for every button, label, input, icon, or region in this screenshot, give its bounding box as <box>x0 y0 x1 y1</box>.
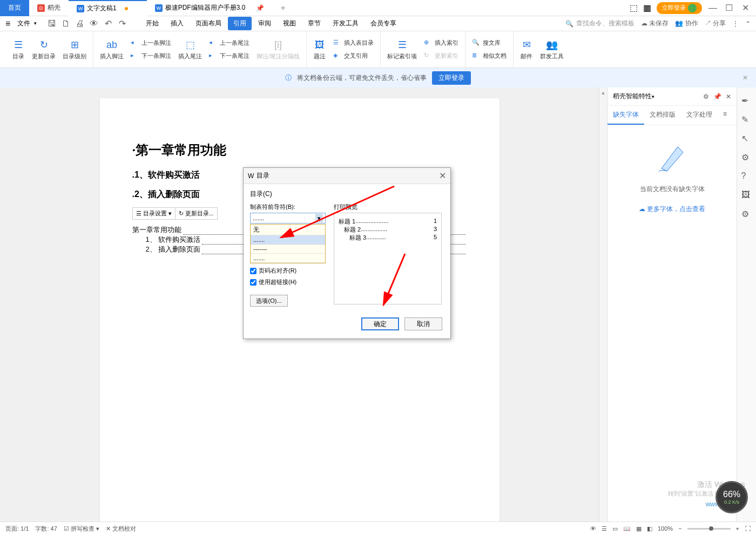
more-fonts-link[interactable]: ☁ 更多字体，点击查看 <box>639 205 705 214</box>
banner-close-button[interactable]: ✕ <box>742 74 748 82</box>
tool-gear-icon[interactable]: ⚙ <box>741 209 752 220</box>
mail-button[interactable]: ✉邮件 <box>518 36 535 63</box>
banner-login-button[interactable]: 立即登录 <box>432 71 471 85</box>
search-lib-button[interactable]: 🔍搜文库 <box>470 38 509 49</box>
panel-close-icon[interactable]: ✕ <box>726 93 731 100</box>
layout-icon[interactable]: ⬚ <box>630 3 638 13</box>
word-count[interactable]: 字数: 47 <box>35 525 57 533</box>
maximize-button[interactable]: ☐ <box>724 3 734 13</box>
undo-button[interactable]: ↶ <box>103 19 113 29</box>
update-toc-button[interactable]: ↻ 更新目录... <box>176 208 217 219</box>
insert-index-button[interactable]: ⊕插入索引 <box>422 38 461 49</box>
view-read-icon[interactable]: ▭ <box>612 525 618 532</box>
tab-start[interactable]: 开始 <box>140 17 164 30</box>
toc-settings-button[interactable]: ☰ 目录设置 ▾ <box>133 208 176 219</box>
more-icon[interactable]: ⋮ <box>732 20 739 28</box>
view-mode-icon[interactable]: ☰ <box>602 525 607 532</box>
share-button[interactable]: ↗ 分享 <box>705 19 726 28</box>
new-tab-button[interactable]: + <box>272 0 293 16</box>
view-web-icon[interactable]: ▦ <box>636 525 642 532</box>
hyperlink-checkbox[interactable] <box>250 279 256 286</box>
menu-icon[interactable]: ≡ <box>5 19 10 29</box>
heading-1[interactable]: ·第一章常用功能 <box>132 141 467 159</box>
tab-member[interactable]: 会员专享 <box>365 17 402 30</box>
prev-footnote-button[interactable]: ◂上一条脚注 <box>129 38 173 49</box>
tab-pin-button[interactable]: 📌 <box>256 4 264 12</box>
similar-doc-button[interactable]: ≣相似文档 <box>470 51 509 62</box>
proofing[interactable]: ✕ 文档校对 <box>106 525 136 533</box>
settings-icon[interactable]: ⚙ <box>703 93 709 100</box>
leader-option[interactable]: ....... <box>251 235 325 245</box>
tab-dev-tools[interactable]: 开发工具 <box>327 17 364 30</box>
toc-level-button[interactable]: ⊞目录级别 <box>60 36 89 63</box>
dialog-close-button[interactable]: ✕ <box>439 171 446 181</box>
redo-button[interactable]: ↷ <box>117 19 127 29</box>
insert-footnote-button[interactable]: ab插入脚注 <box>98 36 126 63</box>
leader-option[interactable]: ------- <box>251 245 325 254</box>
fit-icon[interactable]: ⛶ <box>745 525 751 532</box>
tab-doc2[interactable]: W 极速PDF编辑器用户手册3.0 📌 <box>147 0 273 16</box>
tool-help-icon[interactable]: ? <box>741 171 752 182</box>
spell-check[interactable]: ☑ 拼写检查 ▾ <box>64 525 99 533</box>
tab-docke[interactable]: D 稻壳 <box>29 0 69 16</box>
tool-pen-icon[interactable]: ✒ <box>741 96 752 106</box>
zoom-level[interactable]: 100% <box>658 525 673 532</box>
zoom-out-button[interactable]: − <box>678 525 681 532</box>
cancel-button[interactable]: 取消 <box>404 317 442 330</box>
cross-ref-button[interactable]: ◈交叉引用 <box>331 51 376 62</box>
mark-index-button[interactable]: ☰标记索引项 <box>385 36 419 63</box>
tab-view[interactable]: 视图 <box>278 17 301 30</box>
group-tool-button[interactable]: 👥群发工具 <box>538 36 566 63</box>
panel-tab-layout[interactable]: 文档排版 <box>644 106 681 125</box>
ok-button[interactable]: 确定 <box>361 317 399 330</box>
new-button[interactable]: 🗋 <box>61 19 71 29</box>
tool-settings-icon[interactable]: ⚙ <box>741 152 752 163</box>
zoom-slider[interactable] <box>687 528 731 530</box>
view-book-icon[interactable]: 📖 <box>623 525 631 532</box>
panel-tab-text[interactable]: 文字处理 <box>681 106 718 125</box>
unsaved-status[interactable]: ☁ 未保存 <box>641 19 669 28</box>
panel-tab-fonts[interactable]: 缺失字体 <box>608 106 644 125</box>
tool-image-icon[interactable]: 🖼 <box>741 190 752 201</box>
tab-insert[interactable]: 插入 <box>165 17 189 30</box>
leader-select[interactable]: ....... ▾ <box>250 213 326 224</box>
tool-cursor-icon[interactable]: ↖ <box>741 133 752 144</box>
tab-review[interactable]: 审阅 <box>253 17 276 30</box>
tab-references[interactable]: 引用 <box>228 17 252 30</box>
update-toc-button[interactable]: ↻更新目录 <box>30 36 58 63</box>
scrollbar-area[interactable]: ▲ <box>599 87 607 522</box>
page-indicator[interactable]: 页面: 1/1 <box>5 525 29 533</box>
command-search[interactable]: 🔍 查找命令、搜索模板 <box>565 19 634 28</box>
pin-icon[interactable]: 📌 <box>713 93 721 100</box>
print-button[interactable]: 🖨 <box>75 19 85 29</box>
collab-button[interactable]: 👥 协作 <box>675 19 698 28</box>
prev-endnote-button[interactable]: ◂上一条尾注 <box>207 38 252 49</box>
view-eye-icon[interactable]: 👁 <box>590 525 596 532</box>
leader-option[interactable]: ....... <box>251 254 325 263</box>
grid-icon[interactable]: ▦ <box>643 3 651 13</box>
next-footnote-button[interactable]: ▸下一条脚注 <box>129 51 173 62</box>
file-menu[interactable]: 文件▼ <box>13 17 42 30</box>
zoom-in-button[interactable]: + <box>736 525 739 532</box>
speed-badge[interactable]: 66% 0.2 K/s <box>716 481 748 513</box>
login-button[interactable]: 立即登录 <box>657 2 702 14</box>
caption-button[interactable]: 🖼题注 <box>311 36 328 63</box>
minimize-button[interactable]: — <box>707 3 718 13</box>
tab-section[interactable]: 章节 <box>302 17 326 30</box>
toc-button[interactable]: ☰目录 <box>10 36 27 63</box>
insert-fig-toc-button[interactable]: ☰插入表目录 <box>331 38 376 49</box>
tool-edit-icon[interactable]: ✎ <box>741 114 752 125</box>
view-outline-icon[interactable]: ◧ <box>647 525 652 532</box>
tab-page-layout[interactable]: 页面布局 <box>190 17 227 30</box>
collapse-ribbon-icon[interactable]: ⌃ <box>745 20 751 28</box>
next-endnote-button[interactable]: ▸下一条尾注 <box>207 51 252 62</box>
panel-tab-more[interactable]: ≡ <box>718 106 732 125</box>
save-button[interactable]: 🖫 <box>47 19 57 29</box>
tab-doc1[interactable]: W 文字文稿1 <box>69 0 147 16</box>
right-align-checkbox[interactable] <box>250 268 256 274</box>
tab-home[interactable]: 首页 <box>0 0 29 16</box>
close-button[interactable]: ✕ <box>740 3 751 13</box>
insert-endnote-button[interactable]: ⬚插入尾注 <box>176 36 204 63</box>
leader-option[interactable]: 无 <box>251 225 325 235</box>
options-button[interactable]: 选项(O)... <box>250 295 288 307</box>
